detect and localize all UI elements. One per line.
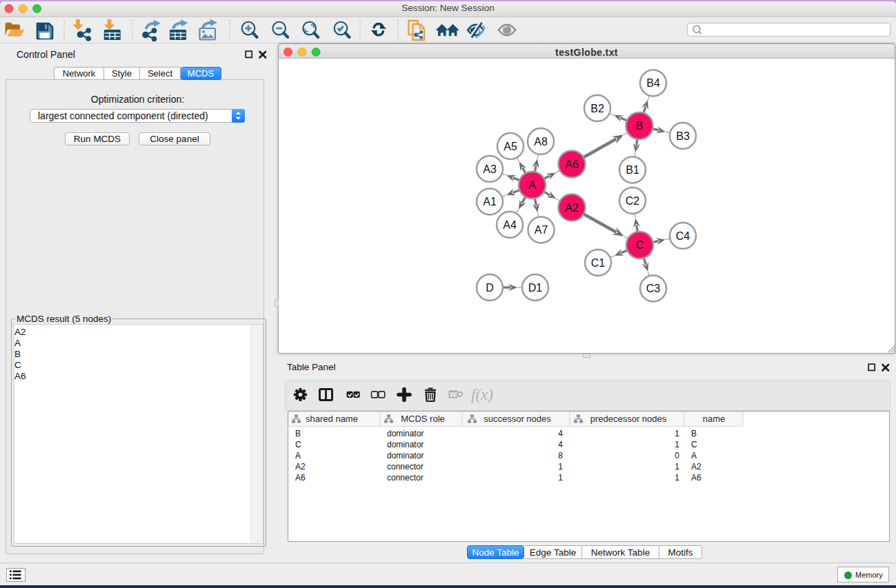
svg-text:B4: B4 [646,77,660,89]
svg-text:f(x): f(x) [471,386,493,403]
svg-text:B1: B1 [626,164,639,176]
svg-text:connector: connector [387,473,424,483]
svg-text:dominator: dominator [387,451,424,460]
svg-text:C4: C4 [676,230,690,242]
svg-text:dominator: dominator [387,440,424,449]
svg-text:MCDS role: MCDS role [401,414,445,424]
svg-text:C3: C3 [646,283,661,294]
svg-text:A6: A6 [295,473,306,483]
svg-text:A1: A1 [483,196,497,207]
svg-text:B: B [691,429,697,438]
svg-text:1: 1 [558,462,563,472]
svg-text:1: 1 [675,462,679,472]
svg-text:shared name: shared name [306,414,358,424]
svg-text:1: 1 [675,440,679,449]
svg-text:B: B [295,429,301,438]
svg-text:D: D [486,282,494,294]
svg-text:0: 0 [675,451,679,460]
svg-text:C: C [691,440,697,449]
svg-text:1: 1 [675,473,679,483]
svg-text:D1: D1 [528,282,543,294]
svg-text:A2: A2 [565,202,579,214]
svg-text:successor nodes: successor nodes [484,414,551,424]
svg-text:A: A [528,179,536,191]
svg-text:A2: A2 [691,462,701,472]
svg-text:predecessor nodes: predecessor nodes [590,414,667,424]
svg-text:name: name [703,414,726,424]
svg-text:C1: C1 [591,257,606,269]
svg-text:A: A [691,451,697,460]
svg-text:4: 4 [558,429,563,438]
svg-text:A2: A2 [295,462,306,472]
svg-text:1: 1 [558,473,563,483]
svg-text:1: 1 [675,429,679,438]
svg-text:C: C [295,440,301,449]
svg-text:4: 4 [558,440,563,449]
svg-text:C2: C2 [626,195,640,207]
svg-text:C: C [636,239,644,251]
svg-text:B: B [636,120,644,132]
svg-text:A4: A4 [503,219,517,231]
svg-text:A3: A3 [483,163,497,175]
svg-text:B2: B2 [590,103,604,114]
svg-text:A6: A6 [691,473,701,483]
svg-text:A: A [295,451,301,460]
svg-text:dominator: dominator [387,429,424,438]
svg-text:8: 8 [558,451,563,460]
svg-text:A7: A7 [535,224,548,236]
svg-text:A6: A6 [565,159,579,170]
svg-text:connector: connector [387,462,424,472]
svg-text:A5: A5 [504,141,517,152]
svg-text:B3: B3 [676,130,690,142]
svg-text:A8: A8 [534,136,548,148]
